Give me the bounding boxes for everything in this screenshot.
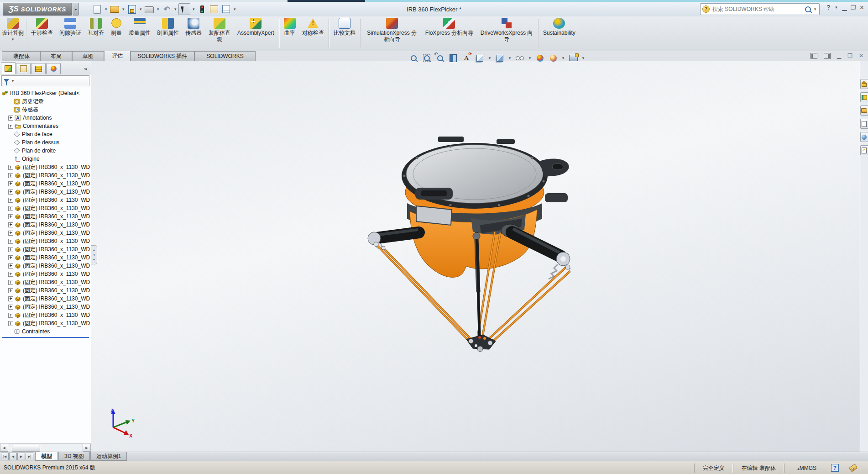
floxpress-button[interactable]: FloXpress 分析向导 (422, 16, 476, 51)
appearances-button[interactable] (860, 132, 868, 142)
expand-icon[interactable] (8, 255, 13, 260)
expand-icon[interactable] (8, 272, 13, 277)
status-help-icon[interactable] (831, 464, 839, 472)
tree-history-row[interactable]: 历史记录 (2, 97, 91, 105)
help-dropdown-icon[interactable] (834, 5, 838, 10)
select-button[interactable] (178, 3, 190, 15)
curvature-button[interactable]: 曲率 (281, 16, 299, 51)
expand-icon[interactable] (8, 247, 13, 252)
expand-icon[interactable] (8, 206, 13, 211)
tab-solidworks-mbd[interactable]: SOLIDWORKS MBD (194, 51, 256, 61)
tab-configuration-manager[interactable] (31, 63, 46, 74)
tree-component-row[interactable]: (固定) IRB360_x_1130_WD (2, 221, 91, 229)
last-tab-icon[interactable] (26, 453, 33, 460)
close-button[interactable] (859, 4, 864, 11)
interference-check-button[interactable]: 干涉检查 (28, 16, 56, 51)
tree-component-row[interactable]: (固定) IRB360_x_1130_WD (2, 229, 91, 237)
help-search-box[interactable] (700, 3, 820, 15)
tree-component-row[interactable]: (固定) IRB360_x_1130_WD (2, 245, 91, 253)
tab-solidworks-addins[interactable]: SOLIDWORKS 插件 (131, 51, 194, 61)
panel-collapse-handle[interactable] (91, 245, 97, 264)
display-style-dropdown-icon[interactable] (507, 56, 512, 60)
resources-home-button[interactable] (860, 79, 868, 89)
scroll-left-icon[interactable] (0, 444, 8, 452)
tab-display-manager[interactable] (46, 63, 61, 74)
tree-annotations-row[interactable]: A Annotations (2, 114, 91, 122)
pane-right-icon[interactable] (824, 53, 831, 59)
filter-bar[interactable] (1, 75, 89, 86)
tab-feature-manager[interactable] (1, 62, 16, 74)
scrollbar-thumb[interactable] (12, 445, 40, 452)
tree-component-row[interactable]: (固定) IRB360_x_1130_WD (2, 163, 91, 171)
tab-3d-views[interactable]: 3D 视图 (58, 452, 90, 461)
expand-icon[interactable] (8, 280, 13, 285)
file-properties-dropdown-icon[interactable] (232, 7, 237, 11)
design-study-dropdown-icon[interactable] (10, 36, 15, 42)
tree-sensors-row[interactable]: 传感器 (2, 105, 91, 114)
edit-appearance-button[interactable] (534, 53, 545, 63)
expand-icon[interactable] (8, 222, 13, 227)
tab-model[interactable]: 模型 (35, 452, 58, 461)
driveworksxpress-button[interactable]: DriveWorksXpress 向导 (476, 16, 537, 51)
new-dropdown-icon[interactable] (104, 7, 108, 11)
expand-icon[interactable] (8, 173, 13, 178)
tree-component-row[interactable]: (固定) IRB360_x_1130_WD (2, 237, 91, 245)
open-button[interactable] (109, 4, 120, 15)
compare-documents-button[interactable]: 比较文档 (330, 16, 359, 51)
tree-front-plane-row[interactable]: Plan de face (2, 130, 91, 138)
apply-scene-dropdown-icon[interactable] (561, 56, 565, 60)
symmetry-check-button[interactable]: 对称检查 (299, 16, 327, 51)
tree-component-row[interactable]: (固定) IRB360_x_1130_WD (2, 262, 91, 270)
expand-icon[interactable] (8, 124, 13, 129)
tab-motion-study[interactable]: 运动算例1 (90, 452, 127, 461)
search-input[interactable] (711, 5, 803, 13)
design-study-button[interactable]: 设计算例 (1, 16, 25, 51)
tree-component-row[interactable]: (固定) IRB360_x_1130_WD (2, 204, 91, 212)
mass-properties-button[interactable]: 质量属性 (125, 16, 154, 51)
tree-component-row[interactable]: (固定) IRB360_x_1130_WD (2, 319, 91, 327)
print-button[interactable] (144, 4, 155, 15)
panel-chevron-icon[interactable] (81, 66, 90, 74)
tree-component-row[interactable]: (固定) IRB360_x_1130_WD (2, 286, 91, 295)
expand-icon[interactable] (8, 263, 13, 269)
expand-icon[interactable] (8, 181, 13, 186)
tree-component-row[interactable]: (固定) IRB360_x_1130_WD (2, 278, 91, 286)
file-explorer-button[interactable] (860, 105, 868, 116)
tree-right-plane-row[interactable]: Plan de droite (2, 147, 91, 155)
tree-component-row[interactable]: (固定) IRB360_x_1130_WD (2, 171, 91, 179)
sensor-button[interactable]: 传感器 (182, 16, 205, 51)
scroll-right-icon[interactable] (83, 444, 91, 452)
expand-icon[interactable] (8, 231, 13, 236)
rotate-view-button[interactable] (461, 53, 472, 63)
tree-top-plane-row[interactable]: Plan de dessus (2, 138, 91, 147)
apply-scene-button[interactable] (548, 53, 559, 63)
tree-component-row[interactable]: (固定) IRB360_x_1130_WD (2, 188, 91, 196)
tab-evaluate[interactable]: 评估 (104, 51, 131, 61)
previous-view-button[interactable] (434, 53, 445, 63)
view-orientation-button[interactable] (474, 53, 485, 63)
assemblyxpert-button[interactable]: AssemblyXpert (234, 16, 277, 51)
expand-icon[interactable] (8, 288, 13, 293)
robot-model-3d[interactable] (365, 135, 570, 363)
tree-component-row[interactable]: (固定) IRB360_x_1130_WD (2, 179, 91, 188)
expand-icon[interactable] (8, 190, 13, 195)
hole-alignment-button[interactable]: 孔对齐 (84, 16, 107, 51)
tree-component-row[interactable]: (固定) IRB360_x_1130_WD (2, 295, 91, 303)
tab-sketch[interactable]: 草图 (72, 51, 104, 61)
view-orientation-dropdown-icon[interactable] (487, 56, 492, 60)
section-properties-button[interactable]: 剖面属性 (154, 16, 182, 51)
custom-properties-button[interactable] (860, 145, 868, 155)
expand-icon[interactable] (8, 165, 13, 170)
sustainability-button[interactable]: Sustainability (540, 16, 579, 51)
file-properties-button[interactable] (220, 4, 231, 15)
expand-icon[interactable] (8, 239, 13, 244)
expand-icon[interactable] (8, 214, 13, 219)
filter-dropdown-icon[interactable] (10, 79, 15, 83)
tree-component-row[interactable]: (固定) IRB360_x_1130_WD (2, 303, 91, 311)
expand-icon[interactable] (8, 296, 13, 301)
tree-component-row[interactable]: (固定) IRB360_x_1130_WD (2, 212, 91, 221)
minimize-button[interactable] (842, 4, 847, 11)
expand-icon[interactable] (8, 321, 13, 326)
hide-show-dropdown-icon[interactable] (528, 56, 532, 60)
hide-show-items-button[interactable] (514, 53, 525, 63)
